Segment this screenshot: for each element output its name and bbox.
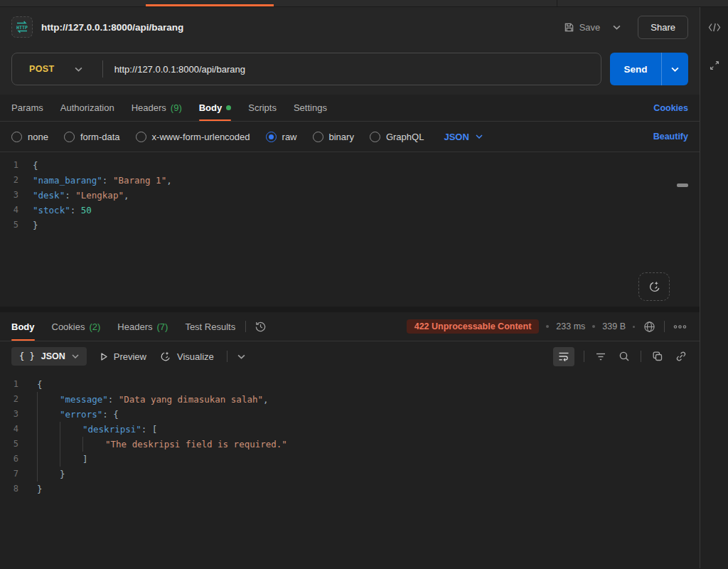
more-options-button[interactable] [672,323,688,331]
share-button[interactable]: Share [638,16,688,39]
line-number: 1 [0,377,37,392]
response-toolbar: { } JSON Preview [0,341,700,371]
preview-button[interactable]: Preview [100,351,146,362]
tabs-divider [245,321,246,332]
line-number: 1 [0,158,33,173]
body-mode-x-www-form-urlencoded[interactable]: x-www-form-urlencoded [136,132,250,142]
request-title: http://127.0.0.1:8000/api/barang [41,22,183,33]
response-size[interactable]: 339 B [602,321,626,331]
response-body-editor[interactable]: 1{2"message": "Data yang dimasukan salah… [0,371,700,568]
visualize-sparkle-icon [159,351,171,363]
language-label: JSON [444,132,469,142]
tab-label: Authorization [60,102,114,113]
response-format-label: JSON [41,351,65,361]
search-button[interactable] [617,349,631,363]
tab-label: Headers [132,102,166,113]
beautify-link[interactable]: Beautify [653,132,688,142]
request-code-lines: 1{2"nama_barang": "Barang 1",3"desk": "L… [0,158,700,233]
chevron-down-icon [476,134,483,139]
method-label: POST [29,64,55,74]
url-input[interactable] [114,64,601,75]
visualize-label: Visualize [177,351,214,362]
preview-label: Preview [114,351,146,362]
response-tab-body[interactable]: Body [11,312,35,341]
body-mode-raw[interactable]: raw [266,132,297,142]
code-text: "desk": "Lengkap", [33,188,129,203]
visualize-button[interactable]: Visualize [159,351,214,363]
layout-expand-button[interactable] [710,60,719,70]
code-snippet-button[interactable] [708,23,721,32]
line-number: 6 [0,452,37,467]
radio-icon [370,132,380,142]
copy-icon [652,351,663,362]
method-select[interactable]: POST [12,64,82,74]
tab-label: Settings [294,102,327,113]
request-tab-scripts[interactable]: Scripts [248,95,277,121]
copy-button[interactable] [651,349,665,363]
cookies-link[interactable]: Cookies [653,103,688,113]
line-number: 2 [0,392,37,407]
save-icon [564,22,574,33]
icons-divider [584,351,584,362]
body-mode-row: noneform-datax-www-form-urlencodedrawbin… [0,122,700,151]
link-icon [675,351,687,362]
request-tab-settings[interactable]: Settings [294,95,327,121]
line-number: 4 [0,422,37,437]
active-tab-indicator [146,4,274,6]
request-tab-params[interactable]: Params [11,95,43,121]
save-button[interactable]: Save [564,22,601,33]
icons-divider [641,351,641,362]
line-number: 3 [0,188,33,203]
response-status-badge[interactable]: 422 Unprocessable Content [407,319,540,334]
editor-scrollbar-thumb[interactable] [677,184,688,187]
tab-label: Body [199,102,223,113]
request-tab-body[interactable]: Body [199,95,232,121]
response-tab-cookies[interactable]: Cookies(2) [52,312,101,341]
save-options-button[interactable] [610,22,623,33]
indent-guide [60,452,82,467]
radio-icon [64,132,75,142]
http-request-icon: HTTP [11,16,33,38]
view-options-button[interactable] [236,353,247,361]
indent-guide [82,437,105,452]
request-tab-headers[interactable]: Headers(9) [132,95,182,121]
code-text: "message": "Data yang dimasukan salah", [37,392,269,407]
filter-icon [595,352,606,361]
network-info-button[interactable] [642,319,657,334]
body-mode-label: x-www-form-urlencoded [152,132,250,142]
response-tab-headers[interactable]: Headers(7) [117,312,168,341]
body-mode-label: form-data [80,132,120,142]
code-text: ] [37,452,88,467]
line-number: 8 [0,482,37,496]
response-time[interactable]: 233 ms [556,321,585,331]
body-mode-none[interactable]: none [11,132,48,142]
body-mode-graphql[interactable]: GraphQL [370,132,424,142]
wrap-text-button[interactable] [553,347,574,366]
link-button[interactable] [674,349,688,363]
workspace-tab-strip[interactable] [0,0,728,7]
separator-dot [633,326,635,328]
code-line: 3"errors": { [0,407,700,422]
radio-icon [313,132,323,142]
send-options-button[interactable] [661,53,688,85]
body-mode-form-data[interactable]: form-data [64,132,120,142]
unsaved-changes-dot [226,105,231,110]
pane-divider[interactable] [0,307,700,312]
separator-dot [546,325,549,328]
body-mode-binary[interactable]: binary [313,132,354,142]
sparkle-icon [648,280,661,294]
body-mode-label: none [28,132,48,142]
line-number: 5 [0,437,37,452]
send-button[interactable]: Send [610,53,661,85]
history-button[interactable] [253,319,268,334]
request-tab-authorization[interactable]: Authorization [60,95,114,121]
response-format-select[interactable]: { } JSON [11,347,87,366]
filter-button[interactable] [594,351,608,363]
history-clock-icon [255,321,267,333]
request-header: HTTP http://127.0.0.1:8000/api/barang Sa… [0,7,700,47]
code-line: 1{ [0,377,700,392]
language-select[interactable]: JSON [444,132,482,142]
response-tab-test-results[interactable]: Test Results [185,312,235,341]
postbot-button[interactable] [638,272,670,301]
request-body-editor[interactable]: 1{2"nama_barang": "Barang 1",3"desk": "L… [0,151,700,307]
